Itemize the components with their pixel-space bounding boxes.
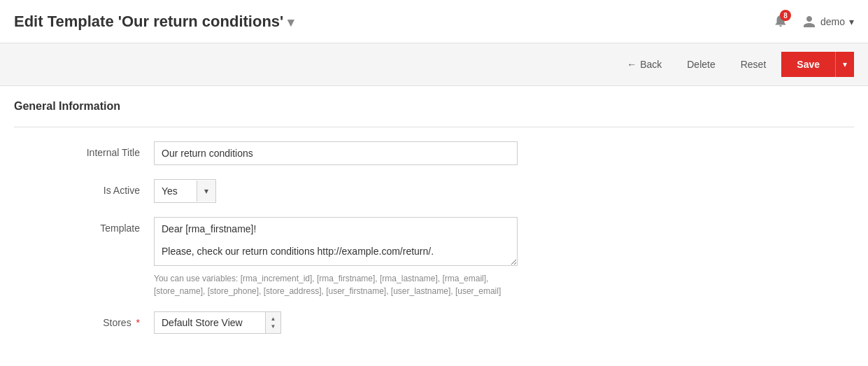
stores-required-marker: *	[134, 317, 140, 328]
internal-title-input[interactable]	[154, 141, 518, 165]
section-divider	[14, 127, 854, 127]
stores-field: Default Store View ▲ ▼	[154, 311, 685, 334]
form-container: Internal Title Is Active Yes No ▾ Templa…	[14, 141, 685, 334]
template-textarea[interactable]: Dear [rma_firstname]! Please, check our …	[154, 217, 518, 266]
template-hint: You can use variables: [rma_increment_id…	[154, 272, 518, 297]
stores-scroll-buttons[interactable]: ▲ ▼	[265, 312, 280, 333]
section-title: General Information	[14, 100, 854, 113]
main-content: General Information Internal Title Is Ac…	[0, 86, 868, 362]
save-btn-group: Save ▾	[781, 52, 854, 77]
stores-scroll-up-icon: ▲	[271, 316, 276, 322]
is-active-field: Yes No ▾	[154, 179, 685, 203]
notification-badge: 8	[780, 10, 791, 21]
template-field: Dear [rma_firstname]! Please, check our …	[154, 217, 685, 297]
user-dropdown-icon: ▾	[849, 16, 854, 27]
internal-title-label: Internal Title	[14, 141, 154, 158]
user-name: demo	[820, 16, 845, 27]
internal-title-field	[154, 141, 685, 165]
title-dropdown-icon[interactable]: ▾	[287, 15, 294, 29]
template-row: Template Dear [rma_firstname]! Please, c…	[14, 217, 685, 297]
save-dropdown-icon: ▾	[843, 59, 847, 69]
is-active-dropdown-button[interactable]: ▾	[197, 181, 215, 202]
save-dropdown-button[interactable]: ▾	[835, 52, 854, 77]
stores-label: Stores *	[14, 311, 154, 328]
user-icon	[802, 15, 816, 29]
internal-title-row: Internal Title	[14, 141, 685, 165]
reset-button[interactable]: Reset	[731, 53, 776, 76]
toolbar: ← Back Delete Reset Save ▾	[0, 43, 868, 86]
notification-button[interactable]: 8	[770, 10, 791, 33]
template-label: Template	[14, 217, 154, 234]
is-active-select-wrapper: Yes No ▾	[154, 179, 216, 203]
user-menu[interactable]: demo ▾	[802, 15, 854, 29]
stores-scroll-down-icon: ▼	[271, 323, 276, 330]
page-header: Edit Template 'Our return conditions' ▾ …	[0, 0, 868, 43]
stores-select[interactable]: Default Store View	[155, 312, 280, 333]
is-active-label: Is Active	[14, 179, 154, 196]
back-button[interactable]: ← Back	[617, 53, 671, 76]
header-right: 8 demo ▾	[770, 10, 854, 33]
stores-row: Stores * Default Store View ▲ ▼	[14, 311, 685, 334]
stores-select-wrapper: Default Store View ▲ ▼	[154, 311, 281, 334]
is-active-select[interactable]: Yes No	[155, 180, 197, 202]
delete-button[interactable]: Delete	[677, 53, 725, 76]
save-button[interactable]: Save	[781, 52, 835, 77]
back-arrow-icon: ←	[627, 59, 636, 70]
page-title: Edit Template 'Our return conditions' ▾	[14, 13, 294, 31]
is-active-row: Is Active Yes No ▾	[14, 179, 685, 203]
